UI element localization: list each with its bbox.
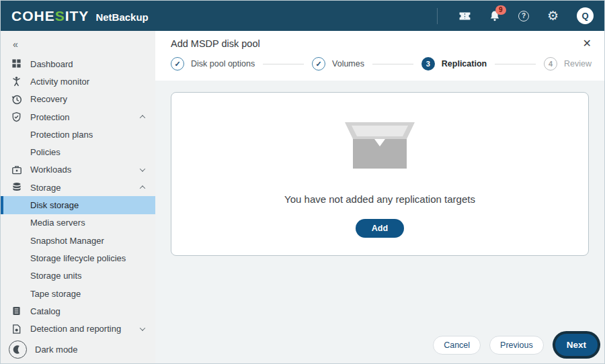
sidebar-item-dashboard[interactable]: Dashboard: [1, 55, 155, 73]
dark-mode-toggle[interactable]: Dark mode: [9, 340, 78, 359]
app-window: COHESITY NetBackup 9 ? ⚙ Q « DashboardAc…: [0, 0, 605, 364]
wizard-pane: Add MSDP disk pool ✕ ✓Disk pool options✓…: [155, 31, 604, 364]
moon-icon: [9, 340, 27, 359]
brand-logo: COHESITY NetBackup: [11, 8, 149, 24]
step-check-icon: ✓: [312, 57, 325, 71]
sidebar-item-label: Detection and reporting: [30, 324, 121, 334]
top-bar: COHESITY NetBackup 9 ? ⚙ Q: [1, 1, 604, 31]
step-label: Volumes: [332, 59, 364, 69]
sidebar-item-protection[interactable]: Protection: [1, 108, 155, 126]
sidebar-item-label: Storage: [30, 183, 61, 193]
sidebar-item-label: Disk storage: [30, 200, 79, 210]
workloads-icon: [11, 165, 22, 175]
step-number: 3: [421, 57, 435, 71]
wizard-footer: Cancel Previous Next: [433, 334, 598, 356]
activity-monitor-icon: [11, 76, 22, 87]
sidebar-item-label: Protection plans: [30, 130, 93, 140]
sidebar-nav: DashboardActivity monitorRecoveryProtect…: [1, 55, 155, 338]
wizard-body: You have not added any replication targe…: [155, 81, 604, 364]
sidebar-item-protection-plans[interactable]: Protection plans: [1, 126, 155, 143]
step-label: Disk pool options: [191, 59, 255, 69]
sidebar-item-storage-lifecycle-policies[interactable]: Storage lifecycle policies: [1, 249, 155, 267]
step-number: 4: [544, 57, 557, 71]
sidebar-item-label: Activity monitor: [30, 77, 89, 87]
sidebar: « DashboardActivity monitorRecoveryProte…: [1, 31, 155, 364]
sidebar-item-label: Snapshot Manager: [30, 236, 104, 246]
sidebar-item-label: Protection: [30, 112, 70, 122]
close-icon[interactable]: ✕: [583, 38, 592, 49]
header-divider: [437, 8, 438, 24]
next-button[interactable]: Next: [555, 334, 598, 356]
protection-shield-icon: [11, 111, 22, 122]
sidebar-item-disk-storage[interactable]: Disk storage: [1, 196, 155, 214]
sidebar-item-label: Dashboard: [30, 59, 73, 69]
help-icon[interactable]: ?: [518, 11, 529, 21]
product-name: NetBackup: [95, 11, 148, 23]
gear-icon[interactable]: ⚙: [547, 9, 559, 22]
notification-badge: 9: [495, 5, 506, 15]
sidebar-item-policies[interactable]: Policies: [1, 143, 155, 161]
add-button[interactable]: Add: [356, 219, 404, 238]
chevron-up-icon: [140, 115, 145, 120]
step-disk-pool-options[interactable]: ✓Disk pool options: [171, 57, 255, 71]
sidebar-item-storage-units[interactable]: Storage units: [1, 267, 155, 285]
sidebar-item-label: Tape storage: [30, 289, 81, 299]
sidebar-item-activity-monitor[interactable]: Activity monitor: [1, 73, 155, 90]
sidebar-item-label: Policies: [30, 147, 61, 157]
dashboard-icon: [11, 58, 22, 69]
wizard-header: Add MSDP disk pool ✕ ✓Disk pool options✓…: [155, 31, 604, 81]
wizard-stepper: ✓Disk pool options✓Volumes3Replication4R…: [171, 54, 592, 74]
step-connector: [372, 64, 413, 64]
sidebar-item-label: Recovery: [30, 94, 67, 104]
step-volumes[interactable]: ✓Volumes: [312, 57, 364, 71]
storage-icon: [11, 182, 22, 193]
sidebar-item-detection-and-reporting[interactable]: Detection and reporting: [1, 320, 155, 337]
sidebar-item-label: Storage units: [30, 271, 82, 281]
catalog-icon: [11, 306, 22, 316]
dark-mode-label: Dark mode: [35, 345, 78, 355]
sidebar-item-label: Catalog: [30, 306, 61, 316]
empty-box-icon: [339, 121, 420, 173]
step-label: Replication: [442, 59, 487, 69]
header-actions: 9 ? ⚙ Q: [437, 7, 594, 24]
sidebar-item-label: Storage lifecycle policies: [30, 253, 126, 263]
cohesity-logo: COHESITY: [11, 8, 89, 24]
sidebar-item-catalog[interactable]: Catalog: [1, 302, 155, 320]
previous-button[interactable]: Previous: [489, 336, 544, 355]
replication-targets-card: You have not added any replication targe…: [171, 92, 589, 256]
bell-icon[interactable]: 9: [489, 10, 500, 21]
recovery-icon: [11, 94, 22, 105]
sidebar-collapse-button[interactable]: «: [1, 31, 155, 55]
detection-reporting-icon: [11, 324, 22, 334]
ticket-icon[interactable]: [458, 11, 471, 21]
step-check-icon: ✓: [171, 57, 184, 71]
page-title: Add MSDP disk pool: [171, 38, 260, 49]
chevron-up-icon: [140, 185, 145, 191]
sidebar-item-snapshot-manager[interactable]: Snapshot Manager: [1, 232, 155, 249]
sidebar-item-recovery[interactable]: Recovery: [1, 91, 155, 108]
step-review[interactable]: 4Review: [544, 57, 592, 71]
sidebar-item-media-servers[interactable]: Media servers: [1, 214, 155, 232]
step-replication[interactable]: 3Replication: [421, 57, 487, 71]
sidebar-item-label: Workloads: [30, 165, 71, 175]
empty-state-message: You have not added any replication targe…: [284, 193, 475, 205]
chevron-down-icon: [140, 166, 145, 171]
sidebar-item-workloads[interactable]: Workloads: [1, 161, 155, 179]
sidebar-item-label: Media servers: [30, 218, 85, 228]
sidebar-item-tape-storage[interactable]: Tape storage: [1, 285, 155, 302]
step-label: Review: [564, 59, 592, 69]
avatar[interactable]: Q: [577, 7, 594, 24]
chevron-down-icon: [140, 325, 145, 330]
sidebar-item-storage[interactable]: Storage: [1, 179, 155, 196]
cancel-button[interactable]: Cancel: [433, 336, 481, 355]
step-connector: [263, 64, 304, 64]
step-connector: [495, 64, 536, 64]
